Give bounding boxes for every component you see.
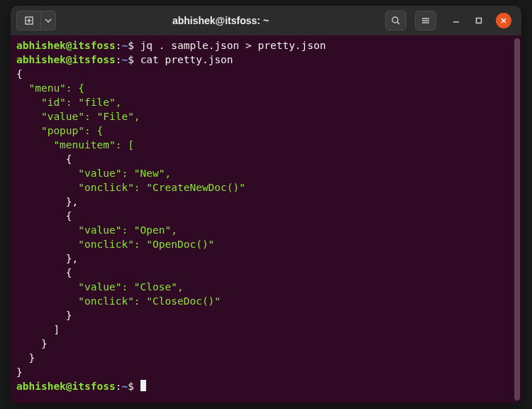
close-button[interactable]: [496, 13, 511, 28]
prompt-path: ~: [121, 381, 128, 392]
json-output-line: "value": "File",: [16, 111, 140, 122]
command-text: [134, 40, 140, 51]
json-output-line: {: [16, 153, 72, 165]
json-output-line: "value": "Close",: [16, 281, 184, 293]
prompt-symbol: $: [128, 54, 134, 65]
terminal-content: abhishek@itsfoss:~$ jq . sample.json > p…: [16, 38, 516, 393]
minimize-button[interactable]: [450, 15, 462, 26]
json-output-line: },: [16, 253, 78, 264]
json-output-line: }: [16, 338, 48, 349]
menu-button[interactable]: [415, 11, 436, 31]
command-text: [134, 54, 140, 65]
search-button[interactable]: [385, 11, 406, 31]
titlebar-right-controls: [385, 11, 516, 31]
prompt-user-host: abhishek@itsfoss: [16, 381, 116, 392]
json-output-line: "onclick": "CreateNewDoc()": [16, 182, 245, 193]
maximize-button[interactable]: [473, 15, 484, 26]
minimize-icon: [453, 17, 460, 24]
command-2: cat pretty.json: [140, 54, 233, 65]
json-output-line: {: [16, 210, 72, 222]
prompt-symbol: $: [128, 381, 134, 392]
json-output-line: "menu": {: [16, 82, 84, 94]
search-icon: [391, 16, 401, 26]
json-output-line: {: [16, 267, 72, 278]
titlebar: abhishek@itsfoss: ~: [11, 6, 521, 36]
new-tab-button[interactable]: [16, 11, 40, 31]
hamburger-icon: [421, 16, 431, 26]
json-output-line: }: [16, 352, 35, 364]
tab-dropdown-button[interactable]: [40, 11, 56, 31]
prompt-path: ~: [121, 40, 128, 51]
json-output-line: "value": "Open",: [16, 224, 177, 236]
json-output-line: }: [16, 366, 23, 378]
svg-line-4: [397, 22, 399, 24]
scrollbar-thumb[interactable]: [514, 38, 520, 400]
prompt-symbol: $: [128, 40, 134, 51]
json-output-line: "id": "file",: [16, 97, 121, 108]
cursor: [140, 380, 146, 391]
json-output-line: "value": "New",: [16, 168, 171, 179]
json-output-line: "menuitem": [: [16, 139, 134, 151]
json-output-line: }: [16, 310, 72, 321]
terminal-body[interactable]: abhishek@itsfoss:~$ jq . sample.json > p…: [11, 36, 521, 403]
json-output-line: "popup": {: [16, 125, 103, 136]
json-output-line: ]: [16, 324, 60, 335]
prompt-user-host: abhishek@itsfoss: [16, 40, 116, 51]
json-output-line: "onclick": "OpenDoc()": [16, 239, 214, 250]
window-title: abhishek@itsfoss: ~: [59, 15, 382, 26]
titlebar-left-controls: [16, 11, 56, 31]
prompt-path: ~: [121, 54, 128, 65]
json-output-line: {: [16, 68, 23, 80]
scrollbar[interactable]: [514, 38, 520, 400]
svg-point-3: [392, 17, 398, 23]
new-tab-icon: [24, 16, 34, 26]
command-text: [134, 381, 140, 392]
maximize-icon: [475, 17, 482, 24]
json-output-line: },: [16, 196, 78, 207]
close-icon: [500, 17, 507, 24]
prompt-user-host: abhishek@itsfoss: [16, 54, 116, 65]
svg-rect-9: [477, 18, 482, 23]
chevron-down-icon: [45, 17, 52, 24]
json-output-line: "onclick": "CloseDoc()": [16, 295, 221, 307]
command-1: jq . sample.json > pretty.json: [140, 40, 326, 51]
window-controls: [450, 13, 511, 28]
terminal-window: abhishek@itsfoss: ~ abhishek@its: [11, 6, 521, 403]
